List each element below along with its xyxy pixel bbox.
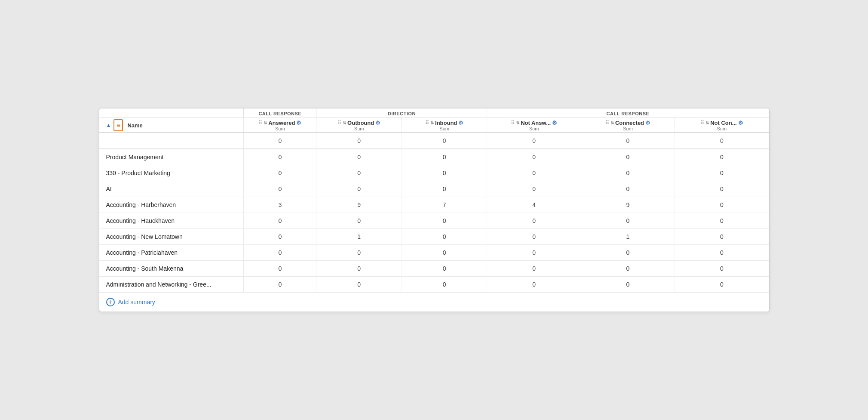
- row-name: Accounting - Hauckhaven: [99, 213, 244, 229]
- row-name: Accounting - Harberhaven: [99, 197, 244, 213]
- row-name: 330 - Product Marketing: [99, 165, 244, 181]
- row-not-answered: 0: [487, 165, 581, 181]
- row-name: Accounting - New Lomatown: [99, 229, 244, 245]
- row-name: Accounting - Patriciahaven: [99, 245, 244, 261]
- row-outbound: 0: [316, 245, 402, 261]
- answered-col-header[interactable]: ⠿ ⇅ Answered ⚙ Sum: [244, 117, 316, 133]
- outbound-col-sub: Sum: [354, 126, 364, 131]
- row-connected: 0: [581, 277, 675, 293]
- row-outbound: 1: [316, 229, 402, 245]
- row-outbound: 0: [316, 181, 402, 197]
- row-not-answered: 0: [487, 245, 581, 261]
- name-col-label: Name: [127, 122, 142, 129]
- connected-drag-handle: ⠿: [605, 120, 609, 126]
- inbound-gear-icon[interactable]: ⚙: [458, 120, 463, 126]
- row-connected: 0: [581, 165, 675, 181]
- outbound-gear-icon[interactable]: ⚙: [375, 120, 380, 126]
- outbound-col-header[interactable]: ⠿ ⇅ Outbound ⚙ Sum: [316, 117, 402, 133]
- row-connected: 0: [581, 261, 675, 277]
- add-summary-icon: +: [106, 298, 115, 306]
- row-answered: 3: [244, 197, 316, 213]
- row-not-answered: 4: [487, 197, 581, 213]
- row-not-answered: 0: [487, 229, 581, 245]
- row-not-answered: 0: [487, 181, 581, 197]
- table-row: Product Management 0 0 0 0 0 0: [99, 149, 769, 165]
- row-outbound: 0: [316, 149, 402, 165]
- row-outbound: 0: [316, 277, 402, 293]
- row-inbound: 0: [402, 149, 487, 165]
- row-not-connected: 0: [675, 181, 769, 197]
- row-inbound: 7: [402, 197, 487, 213]
- name-col-header[interactable]: ▲ Name: [99, 117, 244, 133]
- connected-col-sub: Sum: [623, 126, 633, 131]
- not-connected-col-header[interactable]: ⠿ ⇅ Not Con... ⚙ Sum: [675, 117, 769, 133]
- row-name: Administration and Networking - Gree...: [99, 277, 244, 293]
- call-response-group-1: CALL RESPONSE: [244, 108, 316, 117]
- name-sort-arrow: ▲: [106, 122, 111, 128]
- not-connected-drag-handle: ⠿: [700, 120, 704, 126]
- row-outbound: 0: [316, 213, 402, 229]
- row-not-connected: 0: [675, 165, 769, 181]
- row-not-connected: 0: [675, 229, 769, 245]
- data-table: CALL RESPONSE DIRECTION CALL RESPONSE ▲ …: [99, 108, 770, 312]
- row-not-connected: 0: [675, 213, 769, 229]
- row-answered: 0: [244, 245, 316, 261]
- row-answered: 0: [244, 181, 316, 197]
- summary-not-connected: 0: [675, 133, 769, 149]
- inbound-col-label: Inbound: [435, 120, 457, 126]
- not-connected-col-label: Not Con...: [710, 120, 736, 126]
- table-row: Accounting - South Makenna 0 0 0 0 0 0: [99, 261, 769, 277]
- row-inbound: 0: [402, 245, 487, 261]
- summary-row: 0 0 0 0 0 0: [99, 133, 769, 149]
- summary-answered: 0: [244, 133, 316, 149]
- name-col-icon: [113, 119, 123, 131]
- table-row: Accounting - New Lomatown 0 1 0 0 1 0: [99, 229, 769, 245]
- not-connected-col-sub: Sum: [717, 126, 727, 131]
- outbound-col-label: Outbound: [347, 120, 374, 126]
- connected-col-header[interactable]: ⠿ ⇅ Connected ⚙ Sum: [581, 117, 675, 133]
- answered-col-label: Answered: [268, 120, 295, 126]
- row-answered: 0: [244, 261, 316, 277]
- row-connected: 0: [581, 213, 675, 229]
- row-not-answered: 0: [487, 277, 581, 293]
- inbound-col-header[interactable]: ⠿ ⇅ Inbound ⚙ Sum: [402, 117, 487, 133]
- table-row: AI 0 0 0 0 0 0: [99, 181, 769, 197]
- add-summary-button[interactable]: + Add summary: [99, 293, 769, 312]
- row-not-connected: 0: [675, 149, 769, 165]
- summary-not-answered: 0: [487, 133, 581, 149]
- not-connected-sort-icon: ⇅: [705, 120, 709, 125]
- row-not-answered: 0: [487, 149, 581, 165]
- answered-gear-icon[interactable]: ⚙: [296, 120, 301, 126]
- group-header-row: CALL RESPONSE DIRECTION CALL RESPONSE: [99, 108, 769, 117]
- not-answered-col-header[interactable]: ⠿ ⇅ Not Answ... ⚙ Sum: [487, 117, 581, 133]
- row-inbound: 0: [402, 277, 487, 293]
- row-connected: 9: [581, 197, 675, 213]
- col-header-row: ▲ Name ⠿ ⇅ Answered ⚙ Sum: [99, 117, 769, 133]
- inbound-sort-icon: ⇅: [430, 120, 434, 125]
- inbound-col-sub: Sum: [439, 126, 449, 131]
- summary-connected: 0: [581, 133, 675, 149]
- direction-group: DIRECTION: [316, 108, 487, 117]
- not-answered-sort-icon: ⇅: [516, 120, 519, 125]
- not-connected-gear-icon[interactable]: ⚙: [738, 120, 743, 126]
- answered-drag-handle: ⠿: [258, 120, 262, 126]
- row-answered: 0: [244, 165, 316, 181]
- summary-inbound: 0: [402, 133, 487, 149]
- table-row: 330 - Product Marketing 0 0 0 0 0 0: [99, 165, 769, 181]
- row-connected: 0: [581, 181, 675, 197]
- row-answered: 0: [244, 229, 316, 245]
- name-group-header: [99, 108, 244, 117]
- not-answered-gear-icon[interactable]: ⚙: [552, 120, 557, 126]
- connected-gear-icon[interactable]: ⚙: [645, 120, 650, 126]
- connected-col-label: Connected: [615, 120, 644, 126]
- row-inbound: 0: [402, 261, 487, 277]
- not-answered-col-label: Not Answ...: [521, 120, 551, 126]
- row-not-connected: 0: [675, 261, 769, 277]
- answered-sort-icon: ⇅: [264, 120, 267, 125]
- outbound-drag-handle: ⠿: [337, 120, 341, 126]
- row-connected: 1: [581, 229, 675, 245]
- table-row: Accounting - Harberhaven 3 9 7 4 9 0: [99, 197, 769, 213]
- row-not-answered: 0: [487, 261, 581, 277]
- row-outbound: 0: [316, 261, 402, 277]
- row-inbound: 0: [402, 213, 487, 229]
